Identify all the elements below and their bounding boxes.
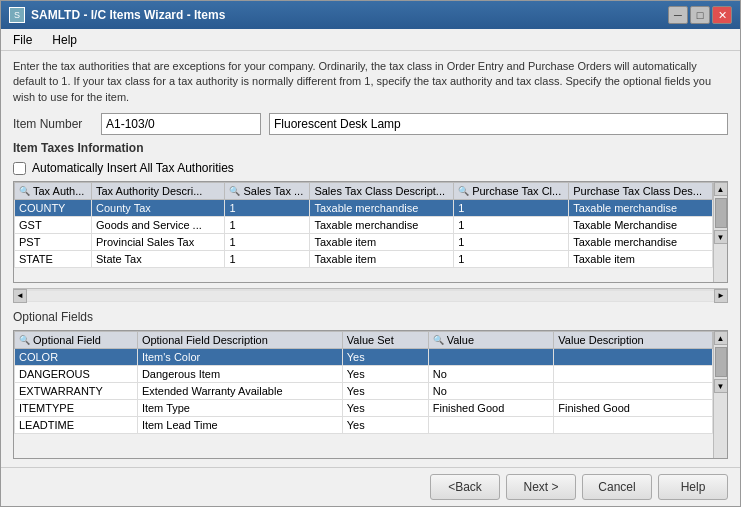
opt-cell-2-3: No — [428, 383, 554, 400]
opt-table-scroll[interactable]: 🔍Optional Field Optional Field Descripti… — [14, 331, 713, 458]
content-area: Enter the tax authorities that are excep… — [1, 51, 740, 467]
opt-cell-4-4 — [554, 417, 713, 434]
opt-table-vscroll[interactable]: ▲ ▼ — [713, 331, 727, 458]
auto-insert-label: Automatically Insert All Tax Authorities — [32, 161, 234, 175]
col-header-purch-tax[interactable]: 🔍Purchase Tax Cl... — [454, 183, 569, 200]
opt-table-row[interactable]: DANGEROUSDangerous ItemYesNo — [15, 366, 713, 383]
tax-cell-2-0: PST — [15, 234, 92, 251]
opt-cell-3-3: Finished Good — [428, 400, 554, 417]
tax-cell-1-5: Taxable Merchandise — [569, 217, 713, 234]
opt-cell-3-1: Item Type — [137, 400, 342, 417]
auto-insert-checkbox[interactable] — [13, 162, 26, 175]
tax-cell-0-3: Taxable merchandise — [310, 200, 454, 217]
auto-insert-row: Automatically Insert All Tax Authorities — [13, 161, 728, 175]
opt-cell-0-0: COLOR — [15, 349, 138, 366]
main-window: S SAMLTD - I/C Items Wizard - Items ─ □ … — [0, 0, 741, 507]
tax-cell-3-4: 1 — [454, 251, 569, 268]
tax-scroll-down[interactable]: ▼ — [714, 230, 728, 244]
opt-scroll-down[interactable]: ▼ — [714, 379, 728, 393]
opt-table-row[interactable]: COLORItem's ColorYes — [15, 349, 713, 366]
tax-cell-3-3: Taxable item — [310, 251, 454, 268]
opt-scroll-up[interactable]: ▲ — [714, 331, 728, 345]
tax-table-row[interactable]: PSTProvincial Sales Tax1Taxable item1Tax… — [15, 234, 713, 251]
tax-cell-2-4: 1 — [454, 234, 569, 251]
opt-cell-1-2: Yes — [342, 366, 428, 383]
tax-cell-2-2: 1 — [225, 234, 310, 251]
col-header-tax-auth[interactable]: 🔍Tax Auth... — [15, 183, 92, 200]
opt-cell-3-0: ITEMTYPE — [15, 400, 138, 417]
search-icon-tax-auth: 🔍 — [19, 186, 30, 196]
window-title: SAMLTD - I/C Items Wizard - Items — [31, 8, 225, 22]
button-bar: <Back Next > Cancel Help — [1, 467, 740, 506]
description-text: Enter the tax authorities that are excep… — [13, 59, 728, 105]
opt-table-row[interactable]: ITEMTYPEItem TypeYesFinished GoodFinishe… — [15, 400, 713, 417]
tax-table-row[interactable]: STATEState Tax1Taxable item1Taxable item — [15, 251, 713, 268]
tax-cell-0-2: 1 — [225, 200, 310, 217]
tax-hscroll-track — [27, 291, 714, 301]
tax-table-container: 🔍Tax Auth... Tax Authority Descri... 🔍Sa… — [13, 181, 728, 283]
tax-cell-0-5: Taxable merchandise — [569, 200, 713, 217]
back-button[interactable]: <Back — [430, 474, 500, 500]
menu-help[interactable]: Help — [44, 31, 85, 49]
tax-table-hscroll[interactable]: ◄ ► — [13, 288, 728, 302]
opt-cell-2-0: EXTWARRANTY — [15, 383, 138, 400]
tax-cell-2-5: Taxable merchandise — [569, 234, 713, 251]
col-header-value-set[interactable]: Value Set — [342, 332, 428, 349]
tax-cell-2-3: Taxable item — [310, 234, 454, 251]
minimize-button[interactable]: ─ — [668, 6, 688, 24]
opt-cell-4-1: Item Lead Time — [137, 417, 342, 434]
col-header-value[interactable]: 🔍Value — [428, 332, 554, 349]
item-taxes-label: Item Taxes Information — [13, 141, 728, 155]
col-header-purch-desc[interactable]: Purchase Tax Class Des... — [569, 183, 713, 200]
cancel-button[interactable]: Cancel — [582, 474, 652, 500]
tax-cell-2-1: Provincial Sales Tax — [92, 234, 225, 251]
tax-cell-1-4: 1 — [454, 217, 569, 234]
col-header-opt-desc[interactable]: Optional Field Description — [137, 332, 342, 349]
opt-cell-0-1: Item's Color — [137, 349, 342, 366]
search-icon-sales-tax: 🔍 — [229, 186, 240, 196]
tax-table-vscroll[interactable]: ▲ ▼ — [713, 182, 727, 282]
menu-file[interactable]: File — [5, 31, 40, 49]
col-header-sales-desc[interactable]: Sales Tax Class Descript... — [310, 183, 454, 200]
opt-cell-2-2: Yes — [342, 383, 428, 400]
close-button[interactable]: ✕ — [712, 6, 732, 24]
col-header-opt-field[interactable]: 🔍Optional Field — [15, 332, 138, 349]
opt-scroll-thumb[interactable] — [715, 347, 727, 377]
tax-scroll-up[interactable]: ▲ — [714, 182, 728, 196]
tax-table-scroll[interactable]: 🔍Tax Auth... Tax Authority Descri... 🔍Sa… — [14, 182, 713, 282]
tax-table-row[interactable]: COUNTYCounty Tax1Taxable merchandise1Tax… — [15, 200, 713, 217]
tax-cell-0-4: 1 — [454, 200, 569, 217]
tax-hscroll-right[interactable]: ► — [714, 289, 728, 303]
col-header-tax-desc[interactable]: Tax Authority Descri... — [92, 183, 225, 200]
tax-cell-1-1: Goods and Service ... — [92, 217, 225, 234]
maximize-button[interactable]: □ — [690, 6, 710, 24]
tax-table: 🔍Tax Auth... Tax Authority Descri... 🔍Sa… — [14, 182, 713, 268]
opt-table-row[interactable]: EXTWARRANTYExtended Warranty AvailableYe… — [15, 383, 713, 400]
opt-cell-2-4 — [554, 383, 713, 400]
menu-bar: File Help — [1, 29, 740, 51]
opt-table-row[interactable]: LEADTIMEItem Lead TimeYes — [15, 417, 713, 434]
tax-cell-1-0: GST — [15, 217, 92, 234]
col-header-value-desc[interactable]: Value Description — [554, 332, 713, 349]
next-button[interactable]: Next > — [506, 474, 576, 500]
opt-cell-4-3 — [428, 417, 554, 434]
opt-cell-3-4: Finished Good — [554, 400, 713, 417]
tax-hscroll-left[interactable]: ◄ — [13, 289, 27, 303]
help-button[interactable]: Help — [658, 474, 728, 500]
item-description-input[interactable] — [269, 113, 728, 135]
opt-cell-0-4 — [554, 349, 713, 366]
tax-cell-3-0: STATE — [15, 251, 92, 268]
app-icon: S — [9, 7, 25, 23]
tax-scroll-thumb[interactable] — [715, 198, 727, 228]
opt-cell-1-3: No — [428, 366, 554, 383]
item-number-input[interactable] — [101, 113, 261, 135]
item-number-label: Item Number — [13, 117, 93, 131]
title-controls: ─ □ ✕ — [668, 6, 732, 24]
tax-table-row[interactable]: GSTGoods and Service ...1Taxable merchan… — [15, 217, 713, 234]
col-header-sales-tax[interactable]: 🔍Sales Tax ... — [225, 183, 310, 200]
opt-cell-0-3 — [428, 349, 554, 366]
tax-cell-3-5: Taxable item — [569, 251, 713, 268]
opt-cell-4-0: LEADTIME — [15, 417, 138, 434]
title-bar: S SAMLTD - I/C Items Wizard - Items ─ □ … — [1, 1, 740, 29]
opt-cell-1-1: Dangerous Item — [137, 366, 342, 383]
